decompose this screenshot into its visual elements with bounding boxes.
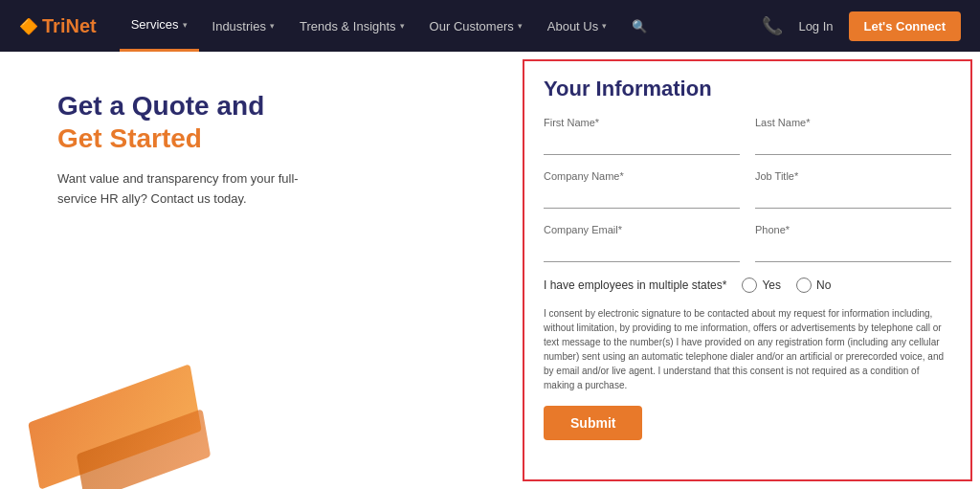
company-name-field: Company Name* (544, 170, 740, 209)
company-email-field: Company Email* (544, 224, 740, 262)
search-icon: 🔍 (632, 19, 647, 33)
radio-no-input[interactable] (796, 278, 812, 293)
company-email-label: Company Email* (544, 224, 740, 235)
multiple-states-row: I have employees in multiple states* Yes… (544, 278, 951, 293)
hero-subtitle: Want value and transparency from your fu… (57, 169, 306, 210)
nav-item-customers[interactable]: Our Customers ▾ (418, 0, 534, 52)
logo[interactable]: 🔶 TriNet (19, 15, 97, 37)
cta-button[interactable]: Let's Connect (849, 11, 961, 41)
job-title-field: Job Title* (755, 170, 951, 209)
nav-item-industries[interactable]: Industries ▾ (201, 0, 286, 52)
form-panel: Your Information First Name* Last Name* … (523, 59, 972, 481)
chevron-down-icon: ▾ (518, 21, 523, 31)
submit-button[interactable]: Submit (544, 406, 642, 440)
radio-yes-input[interactable] (742, 278, 757, 293)
nav-search-button[interactable]: 🔍 (620, 0, 658, 52)
first-name-input[interactable] (544, 132, 740, 155)
multiple-states-label: I have employees in multiple states* (544, 278, 726, 292)
navigation: 🔶 TriNet Services ▾ Industries ▾ Trends … (0, 0, 980, 52)
last-name-input[interactable] (755, 132, 951, 155)
nav-item-about[interactable]: About Us ▾ (536, 0, 618, 52)
nav-item-trends[interactable]: Trends & Insights ▾ (288, 0, 416, 52)
logo-text: TriNet (42, 15, 97, 37)
phone-field: Phone* (755, 224, 951, 262)
phone-label: Phone* (755, 224, 951, 235)
job-title-input[interactable] (755, 186, 951, 209)
logo-icon: 🔶 (19, 17, 38, 35)
main-content: Get a Quote and Get Started Want value a… (0, 52, 980, 489)
login-button[interactable]: Log In (798, 19, 833, 33)
chevron-down-icon: ▾ (183, 20, 188, 30)
first-name-label: First Name* (544, 117, 740, 128)
radio-no-label: No (816, 278, 831, 292)
company-name-input[interactable] (544, 186, 740, 209)
job-title-label: Job Title* (755, 170, 951, 182)
nav-right: 📞 Log In Let's Connect (762, 11, 961, 41)
radio-yes-option[interactable]: Yes (742, 278, 781, 293)
company-email-input[interactable] (544, 239, 740, 262)
consent-text: I consent by electronic signature to be … (544, 306, 951, 392)
chevron-down-icon: ▾ (400, 21, 405, 31)
first-name-field: First Name* (544, 117, 740, 155)
nav-item-services[interactable]: Services ▾ (120, 0, 199, 52)
phone-icon[interactable]: 📞 (762, 15, 783, 36)
chevron-down-icon: ▾ (270, 21, 275, 31)
name-row: First Name* Last Name* (544, 117, 951, 155)
contact-row: Company Email* Phone* (544, 224, 951, 262)
form-title: Your Information (544, 77, 951, 101)
phone-input[interactable] (755, 239, 951, 262)
left-panel: Get a Quote and Get Started Want value a… (0, 52, 523, 489)
company-name-label: Company Name* (544, 170, 740, 182)
radio-no-option[interactable]: No (796, 278, 831, 293)
hero-title: Get a Quote and Get Started (57, 90, 484, 154)
nav-items: Services ▾ Industries ▾ Trends & Insight… (120, 0, 763, 52)
last-name-field: Last Name* (755, 117, 951, 155)
chevron-down-icon: ▾ (602, 21, 607, 31)
last-name-label: Last Name* (755, 117, 951, 128)
company-row: Company Name* Job Title* (544, 170, 951, 209)
radio-yes-label: Yes (762, 278, 781, 292)
